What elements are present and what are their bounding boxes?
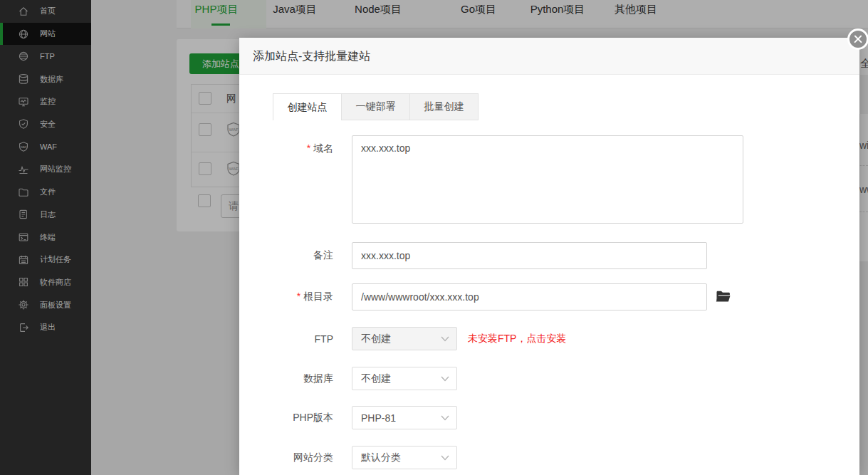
ftp-select[interactable]: 不创建 [352,327,457,350]
ftp-install-link[interactable]: 未安装FTP，点击安装 [468,333,566,345]
ftp-label: FTP [239,333,333,345]
modal-title: 添加站点-支持批量建站 [239,38,859,75]
root-label: * 根目录 [239,291,333,303]
site-category-select[interactable]: 默认分类 [352,446,457,469]
php-version-label: PHP版本 [239,412,333,424]
required-asterisk: * [297,291,303,302]
remark-input[interactable] [352,242,707,269]
add-site-modal: 添加站点-支持批量建站 创建站点一键部署批量创建 * 域名 xxx.xxx.to… [239,38,859,475]
modal-tab[interactable]: 一键部署 [341,93,410,120]
domain-label: * 域名 [239,135,333,155]
domain-textarea[interactable]: xxx.xxx.top [352,135,743,224]
database-label: 数据库 [239,372,333,385]
modal-tab[interactable]: 创建站点 [273,93,342,120]
required-asterisk: * [307,142,313,154]
site-category-label: 网站分类 [239,451,333,464]
modal-tab[interactable]: 批量创建 [409,93,479,120]
folder-picker-icon[interactable] [716,290,731,304]
php-version-select[interactable]: PHP-81 [352,406,457,429]
database-select[interactable]: 不创建 [352,367,457,390]
remark-label: 备注 [239,249,333,262]
close-icon[interactable] [847,28,868,50]
modal-tabs: 创建站点一键部署批量创建 [273,93,859,120]
root-path-input[interactable] [352,283,707,310]
